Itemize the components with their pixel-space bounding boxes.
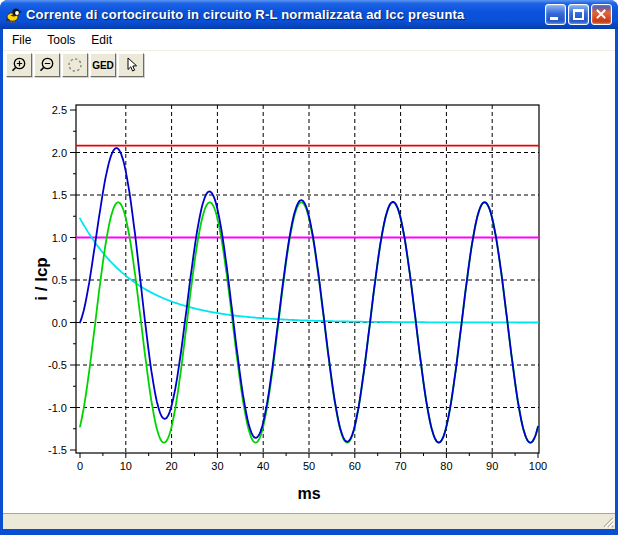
svg-text:50: 50 bbox=[303, 460, 315, 472]
svg-text:0: 0 bbox=[77, 460, 83, 472]
title-bar[interactable]: Corrente di cortocircuito in circuito R-… bbox=[0, 0, 618, 29]
menu-file[interactable]: File bbox=[12, 31, 39, 49]
menu-edit[interactable]: Edit bbox=[91, 31, 120, 49]
svg-text:0.5: 0.5 bbox=[52, 274, 67, 286]
svg-text:60: 60 bbox=[349, 460, 361, 472]
app-window: Corrente di cortocircuito in circuito R-… bbox=[0, 0, 618, 535]
close-button[interactable] bbox=[591, 4, 612, 25]
svg-text:1.0: 1.0 bbox=[52, 232, 67, 244]
toolbar: GED bbox=[3, 51, 615, 82]
magnifier-plus-icon bbox=[10, 56, 28, 74]
svg-text:-0.5: -0.5 bbox=[48, 359, 67, 371]
svg-text:1.5: 1.5 bbox=[52, 189, 67, 201]
maximize-icon bbox=[573, 9, 584, 20]
menu-tools[interactable]: Tools bbox=[47, 31, 83, 49]
ged-button[interactable]: GED bbox=[90, 53, 116, 77]
maximize-button[interactable] bbox=[568, 4, 589, 25]
svg-text:2.5: 2.5 bbox=[52, 104, 67, 116]
svg-text:30: 30 bbox=[211, 460, 223, 472]
svg-text:20: 20 bbox=[165, 460, 177, 472]
svg-text:90: 90 bbox=[486, 460, 498, 472]
menu-bar: File Tools Edit bbox=[3, 29, 615, 51]
y-axis-title: i / Icp bbox=[32, 257, 51, 300]
cursor-arrow-icon bbox=[122, 56, 140, 74]
rotate-tool-button[interactable] bbox=[62, 53, 88, 77]
magnifier-minus-icon bbox=[38, 56, 56, 74]
bird-app-icon bbox=[5, 7, 22, 23]
window-title: Corrente di cortocircuito in circuito R-… bbox=[26, 7, 545, 22]
plot-frame bbox=[76, 105, 539, 453]
x-axis-title: ms bbox=[297, 485, 320, 502]
svg-text:70: 70 bbox=[394, 460, 406, 472]
minimize-button[interactable] bbox=[545, 4, 566, 25]
svg-text:10: 10 bbox=[120, 460, 132, 472]
resize-grip-icon[interactable] bbox=[601, 515, 614, 528]
close-icon bbox=[592, 5, 611, 24]
dashed-circle-icon bbox=[66, 56, 84, 74]
svg-text:40: 40 bbox=[257, 460, 269, 472]
svg-text:2.0: 2.0 bbox=[52, 147, 67, 159]
chart-area: 0102030405060708090100-1.5-1.0-0.50.00.5… bbox=[3, 82, 615, 513]
chart-canvas[interactable]: 0102030405060708090100-1.5-1.0-0.50.00.5… bbox=[3, 82, 615, 513]
svg-text:0.0: 0.0 bbox=[52, 317, 67, 329]
zoom-in-button[interactable] bbox=[6, 53, 32, 77]
minimize-icon bbox=[550, 17, 558, 20]
gridlines bbox=[76, 105, 539, 453]
pointer-tool-button[interactable] bbox=[118, 53, 144, 77]
svg-text:100: 100 bbox=[529, 460, 547, 472]
status-bar bbox=[3, 513, 615, 529]
svg-text:80: 80 bbox=[440, 460, 452, 472]
svg-text:-1.0: -1.0 bbox=[48, 402, 67, 414]
zoom-out-button[interactable] bbox=[34, 53, 60, 77]
ged-button-label: GED bbox=[92, 60, 114, 71]
svg-text:-1.5: -1.5 bbox=[48, 444, 67, 456]
